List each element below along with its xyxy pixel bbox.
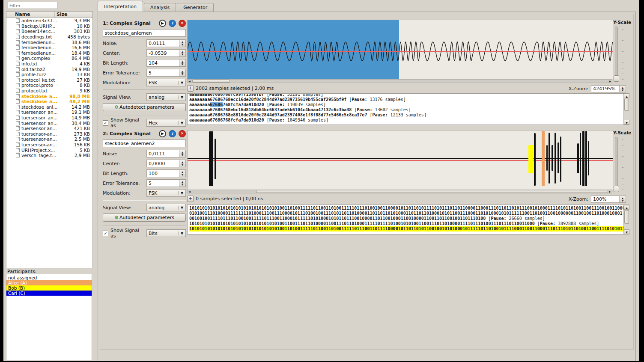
- scroll-thumb[interactable]: [256, 190, 608, 193]
- noise-spinbox[interactable]: 0,0111▲▼: [146, 39, 186, 47]
- file-row[interactable]: tuersensor-an...2,5 MB: [6, 136, 92, 142]
- modulation-select[interactable]: FSK▼: [146, 189, 186, 197]
- scroll-up-icon[interactable]: ▲: [624, 94, 629, 98]
- scroll-left-icon[interactable]: ◀: [188, 190, 191, 193]
- file-table-header[interactable]: Name Size: [6, 12, 92, 18]
- signal-name-input[interactable]: [103, 139, 186, 147]
- spin-arrows-icon[interactable]: ▲▼: [179, 59, 185, 66]
- signal-view-select[interactable]: analog▼: [146, 93, 186, 101]
- file-row[interactable]: protocol.proto8 KB: [6, 83, 92, 88]
- y-scale-handle-2[interactable]: [614, 186, 619, 192]
- close-icon[interactable]: ✕: [179, 130, 186, 137]
- signal-view-select[interactable]: analog▼: [146, 204, 186, 211]
- file-row[interactable]: protocol.txt9 KB: [6, 88, 92, 94]
- spin-arrows-icon[interactable]: ▲▼: [179, 170, 185, 177]
- spin-arrows-icon[interactable]: ▲▼: [619, 196, 626, 202]
- center-spinbox[interactable]: -0,0539▲▼: [146, 49, 186, 57]
- scroll-thumb[interactable]: [624, 210, 629, 224]
- close-icon[interactable]: ✕: [179, 20, 186, 27]
- file-row[interactable]: fernbedienun...18,4 MB: [6, 50, 92, 56]
- message-line[interactable]: aaaaaaaa67686768ecc16de20f0c2844d97ad239…: [189, 97, 629, 102]
- file-row[interactable]: fernbedienun...38,6 MB: [6, 39, 92, 45]
- scroll-down-icon[interactable]: ▼: [624, 120, 629, 125]
- filter-input[interactable]: [8, 2, 57, 9]
- error-tolerance-spinbox[interactable]: 5▲▼: [146, 179, 186, 187]
- file-row[interactable]: URHProject.x...5 KB: [6, 147, 92, 153]
- file-row[interactable]: Backup.URHP...10 KB: [6, 24, 92, 29]
- bit-length-spinbox[interactable]: 104▲▼: [146, 59, 186, 67]
- spin-arrows-icon[interactable]: ▲▼: [179, 180, 185, 187]
- file-row[interactable]: versch_tage.t...2,9 MB: [6, 153, 92, 158]
- scroll-up-icon[interactable]: ▲: [624, 205, 629, 210]
- participant-row[interactable]: not assigned: [6, 275, 92, 280]
- noise-spinbox[interactable]: 0,0111▲▼: [146, 150, 186, 157]
- bit-length-spinbox[interactable]: 100▲▼: [146, 169, 186, 177]
- column-size[interactable]: Size: [55, 12, 92, 18]
- show-signal-format-select[interactable]: Hex▼: [146, 119, 186, 127]
- info-button[interactable]: i: [169, 20, 176, 27]
- play-button[interactable]: ▶: [159, 130, 166, 137]
- file-row[interactable]: profile.fuzz13 KB: [6, 72, 92, 77]
- file-row[interactable]: tuersensor-an...273 KB: [6, 131, 92, 136]
- file-row[interactable]: protocol_ke.txt27 KB: [6, 77, 92, 83]
- column-name[interactable]: Name: [6, 12, 55, 18]
- hex-vscrollbar[interactable]: ▲ ▼: [623, 94, 629, 125]
- scroll-right-icon[interactable]: ▶: [608, 80, 612, 83]
- center-spinbox[interactable]: 0,0000▲▼: [146, 160, 186, 167]
- signal-1-waveform-plot[interactable]: [187, 20, 613, 80]
- x-zoom-spinbox-1[interactable]: 424195%▲▼: [591, 85, 626, 92]
- message-line[interactable]: aaaaaaaa67686768fcfa7da910d20 [Pause: 10…: [189, 118, 629, 123]
- message-line[interactable]: 1010101010101010101010101010101010100110…: [189, 221, 629, 226]
- signal-2-waveform-plot[interactable]: [187, 130, 613, 190]
- signal-name-input[interactable]: [103, 29, 186, 37]
- spin-arrows-icon[interactable]: ▲▼: [619, 86, 626, 92]
- spin-arrows-icon[interactable]: ▲▼: [179, 160, 185, 167]
- y-scale-slider-1[interactable]: [615, 27, 618, 81]
- message-line[interactable]: aaaaaaaa67686768e8816de20f0c2844d97ad239…: [189, 113, 629, 118]
- file-row[interactable]: old.tar.bz219,9 MB: [6, 66, 92, 72]
- show-signal-checkbox[interactable]: ✓: [103, 120, 108, 126]
- message-line[interactable]: 0010010011110111011001001111101110011000…: [189, 216, 629, 221]
- participant-row[interactable]: Alice (A): [6, 280, 92, 285]
- file-row[interactable]: tuersensor-an...156 KB: [6, 142, 92, 148]
- file-row[interactable]: decodings.txt458 bytes: [6, 34, 92, 40]
- file-row[interactable]: tuersensor_an...19,1 MB: [6, 110, 92, 115]
- info-button[interactable]: i: [169, 130, 176, 137]
- scroll-left-icon[interactable]: ◀: [188, 80, 191, 83]
- file-row[interactable]: anlernen3x3.t...9,3 MB: [6, 18, 92, 24]
- message-line[interactable]: aaaaaaaa67686768fc99ff1598fbf [Pause: 55…: [189, 93, 629, 97]
- spin-arrows-icon[interactable]: ▲▼: [179, 150, 185, 157]
- file-row[interactable]: steckdose_a...48,2 MB: [6, 99, 92, 104]
- scroll-thumb[interactable]: [192, 80, 230, 83]
- spin-arrows-icon[interactable]: ▲▼: [179, 69, 185, 76]
- file-row[interactable]: info.txt4 KB: [6, 61, 92, 67]
- scroll-right-icon[interactable]: ▶: [608, 190, 612, 193]
- spin-arrows-icon[interactable]: ▲▼: [179, 40, 185, 47]
- tab-interpretation[interactable]: Interpretation: [98, 1, 143, 12]
- signal-2-bit-messages[interactable]: 1010101010101010101010101010101010100110…: [187, 205, 629, 234]
- modulation-select[interactable]: FSK▼: [146, 79, 186, 86]
- bits-vscrollbar[interactable]: ▲ ▼: [623, 205, 629, 234]
- message-line[interactable]: 1010101010101010101010101010101010100110…: [189, 226, 629, 231]
- participant-row[interactable]: Bob (B): [6, 285, 92, 291]
- scroll-down-icon[interactable]: ▼: [624, 229, 629, 234]
- zoom-in-button[interactable]: +: [187, 85, 194, 92]
- y-scale-slider-2[interactable]: [615, 137, 618, 192]
- file-row[interactable]: tuersensor_an...30,4 MB: [6, 120, 92, 126]
- tab-generator[interactable]: Generator: [177, 3, 214, 12]
- autodetect-button[interactable]: ⚙Autodetect parameters: [103, 214, 186, 222]
- scroll-thumb[interactable]: [624, 99, 629, 111]
- show-signal-checkbox[interactable]: ✓: [103, 231, 108, 236]
- signal-2-hscrollbar[interactable]: ◀ ▶: [187, 190, 612, 193]
- message-line[interactable]: aaaaaaaa67686768fcfa7da910d20 [Pause: 11…: [189, 102, 629, 107]
- error-tolerance-spinbox[interactable]: 5▲▼: [146, 69, 186, 77]
- message-line[interactable]: 0101001110100001111111101000111001110000…: [189, 211, 629, 216]
- file-row[interactable]: gen.complex86,4 MB: [6, 56, 92, 61]
- message-line[interactable]: aaaaaaaa67686768ebc16d818db64bc6637ade5b…: [189, 107, 629, 113]
- tab-analysis[interactable]: Analysis: [144, 3, 176, 12]
- autodetect-button[interactable]: ⚙Autodetect parameters: [103, 103, 186, 111]
- show-signal-format-select[interactable]: Bits▼: [146, 229, 186, 237]
- file-row[interactable]: steckdose_a...98,0 MB: [6, 93, 92, 99]
- spin-arrows-icon[interactable]: ▲▼: [179, 50, 185, 56]
- x-zoom-spinbox-2[interactable]: 100%▲▼: [591, 196, 626, 203]
